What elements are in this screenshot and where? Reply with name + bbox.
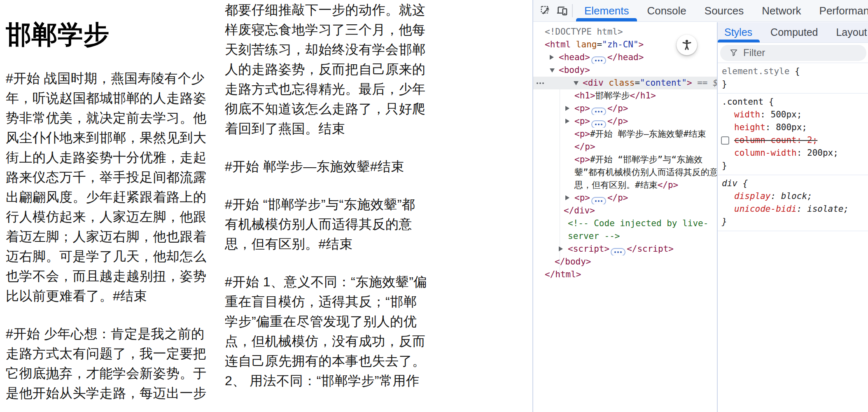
dom-code-segment: </p> [607, 116, 628, 126]
dom-tree-row[interactable]: </p> [533, 140, 717, 153]
inspect-element-icon[interactable] [537, 2, 554, 19]
property-colon: : [760, 110, 770, 119]
css-property[interactable]: column-width: 200px; [722, 147, 868, 159]
style-rule-section[interactable]: element.style {} [718, 63, 868, 94]
devtools-tab-network[interactable]: Network [753, 0, 810, 21]
expand-arrow-down-icon[interactable] [574, 81, 579, 85]
dom-code-segment: <head> [559, 52, 590, 62]
dom-code-segment: </h1> [630, 91, 656, 101]
dom-code-segment: </p> [574, 142, 595, 152]
collapsed-content-ellipsis-icon[interactable] [591, 120, 606, 128]
property-name: width [734, 110, 760, 119]
styles-filter-row: Filter [718, 43, 868, 63]
dom-code-segment: 邯郸学步 [595, 91, 630, 101]
dom-code-segment: = [635, 78, 640, 88]
dom-code-segment: <div [583, 78, 604, 88]
dom-code-segment: </body> [555, 257, 591, 267]
dom-code-segment: "content" [640, 78, 687, 88]
css-property[interactable]: height: 800px; [722, 121, 868, 134]
dom-code-segment: <p> [574, 193, 590, 203]
style-rule-section[interactable]: .content {width: 500px;height: 800px;col… [718, 94, 868, 175]
expand-arrow-right-icon[interactable] [559, 246, 563, 251]
dom-tree-row[interactable]: <!-- Code injected by live- [533, 217, 717, 230]
row-more-actions-icon[interactable] [537, 77, 544, 89]
css-property[interactable]: width: 500px; [722, 108, 868, 121]
filter-label: Filter [743, 47, 765, 59]
rule-closing-brace: } [722, 78, 868, 91]
page-paragraph: #开始 战国时期，燕国寿陵有个少年，听说赵国都城邯郸的人走路姿势非常优美，就决定… [6, 68, 209, 306]
dom-tree-row[interactable]: <script></script> [533, 243, 717, 255]
dom-code-segment: <h1> [574, 91, 595, 101]
property-colon: : [765, 122, 776, 132]
dom-tree-row[interactable]: 思，但有区别。#结束</p> [533, 179, 717, 192]
page-paragraphs: #开始 战国时期，燕国寿陵有个少年，听说赵国都城邯郸的人走路姿势非常优美，就决定… [6, 0, 428, 412]
dom-tree-row[interactable]: server --> [533, 230, 717, 243]
property-value: isolate; [807, 204, 849, 214]
property-name: display [734, 191, 771, 201]
dom-code-segment: <p> [574, 129, 590, 139]
dom-tree-row[interactable]: <p></p> [533, 102, 717, 115]
devtools-tab-sources[interactable]: Sources [695, 0, 753, 21]
accessibility-button[interactable] [677, 35, 697, 55]
property-checkbox[interactable] [721, 136, 729, 145]
page-paragraph: #开始 “邯郸学步”与“东施效颦”都有机械模仿别人而适得其反的意思，但有区别。#… [225, 194, 428, 254]
devtools-tab-bar: ElementsConsoleSourcesNetworkPerformance [575, 0, 868, 21]
devtools-tab-console[interactable]: Console [638, 0, 695, 21]
expand-arrow-right-icon[interactable] [565, 195, 569, 200]
expand-arrow-right-icon[interactable] [565, 119, 569, 124]
expand-arrow-right-icon[interactable] [550, 55, 554, 60]
dom-code-segment: > [687, 78, 692, 88]
property-colon: : [797, 148, 807, 158]
page-document: 邯郸学步 #开始 战国时期，燕国寿陵有个少年，听说赵国都城邯郸的人走路姿势非常优… [6, 0, 428, 412]
dom-tree-row[interactable]: <p></p> [533, 192, 717, 204]
devtools-tab-elements[interactable]: Elements [575, 0, 638, 21]
dom-tree-row[interactable]: <h1>邯郸学步</h1> [533, 89, 717, 102]
expand-arrow-right-icon[interactable] [565, 106, 569, 111]
dom-tree-row[interactable]: <div class="content"> == $0 [533, 77, 717, 89]
dom-tree-row[interactable]: <p></p> [533, 115, 717, 128]
property-name: height [734, 122, 765, 132]
styles-filter-input[interactable]: Filter [720, 45, 866, 61]
page-paragraph: #开始 郸学步—东施效颦#结束 [225, 157, 428, 176]
css-property[interactable]: column-count: 2; [722, 134, 868, 147]
dom-tree-row[interactable]: 颦”都有机械模仿别人而适得其反的意 [533, 166, 717, 179]
dom-tree-row[interactable]: <p>#开始 “邯郸学步”与“东施效 [533, 153, 717, 166]
property-name: column-width [734, 148, 797, 158]
dom-code-segment: = [597, 40, 602, 49]
dom-code-segment: server --> [568, 231, 620, 241]
rule-selector: div [722, 178, 737, 188]
dom-tree-row[interactable]: <p>#开始 郸学步–东施效颦#结束 [533, 128, 717, 140]
sidebar-tab-computed[interactable]: Computed [770, 22, 818, 42]
filter-funnel-icon [729, 48, 738, 57]
dom-code-segment: </html> [545, 269, 581, 279]
dom-tree-row[interactable]: <body> [533, 64, 717, 77]
dom-code-segment: class [604, 78, 635, 88]
css-property[interactable]: display: block; [722, 190, 868, 203]
dom-tree-row[interactable]: </body> [533, 255, 717, 268]
collapsed-content-ellipsis-icon[interactable] [591, 197, 606, 204]
collapsed-content-ellipsis-icon[interactable] [591, 56, 606, 64]
property-value: 500px; [771, 110, 802, 119]
property-name: unicode-bidi [734, 204, 797, 214]
collapsed-content-ellipsis-icon[interactable] [591, 108, 606, 115]
rule-closing-brace: } [722, 159, 868, 172]
dom-tree-row[interactable]: </html> [533, 268, 717, 281]
dom-code-segment: </p> [607, 103, 628, 113]
devtools-toolbar: ElementsConsoleSourcesNetworkPerformance [533, 0, 868, 22]
rule-selector: element.style [722, 66, 789, 76]
device-toolbar-icon[interactable] [554, 2, 570, 19]
sidebar-tab-styles[interactable]: Styles [724, 22, 752, 42]
page-title: 邯郸学步 [6, 19, 209, 50]
css-property[interactable]: unicode-bidi: isolate; [722, 203, 868, 215]
dom-code-segment: <p> [574, 116, 590, 126]
devtools-tab-performance[interactable]: Performance [810, 0, 868, 21]
dom-code-segment: </p> [607, 193, 628, 203]
dom-code-segment: <body> [559, 65, 590, 75]
dom-code-segment: </head> [607, 52, 644, 62]
collapsed-content-ellipsis-icon[interactable] [611, 248, 625, 255]
sidebar-tab-layout[interactable]: Layout [836, 22, 867, 42]
dom-code-segment: <!-- Code injected by live- [568, 218, 708, 228]
dom-tree-row[interactable]: </div> [533, 204, 717, 217]
expand-arrow-down-icon[interactable] [550, 68, 555, 73]
style-rule-section[interactable]: div {display: block;unicode-bidi: isolat… [718, 175, 868, 231]
